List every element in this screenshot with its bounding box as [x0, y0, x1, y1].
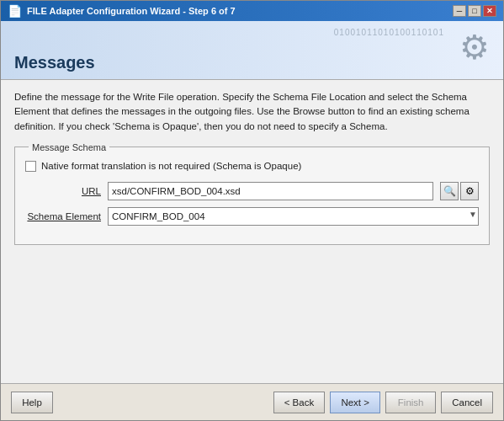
maximize-button[interactable]: □: [468, 5, 481, 17]
opaque-checkbox[interactable]: [25, 161, 36, 172]
schema-element-select[interactable]: CONFIRM_BOD_004: [108, 207, 479, 226]
footer-right: < Back Next > Finish Cancel: [273, 392, 493, 413]
footer-left: Help: [11, 392, 273, 413]
schema-select-wrapper: CONFIRM_BOD_004 ▼: [108, 207, 479, 226]
schema-element-row: Schema Element CONFIRM_BOD_004 ▼: [25, 207, 479, 226]
minimize-button[interactable]: ─: [453, 5, 466, 17]
finish-button[interactable]: Finish: [385, 392, 436, 413]
next-button[interactable]: Next >: [330, 392, 380, 413]
header-decoration: 01001011010100110101: [334, 28, 444, 37]
header-banner: Messages 01001011010100110101 ⚙: [1, 21, 503, 80]
app-icon: 📄: [8, 4, 22, 18]
search-icon[interactable]: 🔍: [440, 182, 459, 200]
url-label: URL: [25, 186, 101, 196]
cancel-button[interactable]: Cancel: [441, 392, 493, 413]
gear-icon[interactable]: ⚙: [460, 182, 479, 200]
url-icons: 🔍 ⚙: [440, 182, 479, 200]
schema-element-label: Schema Element: [25, 211, 101, 221]
opaque-row: Native format translation is not require…: [25, 161, 479, 172]
message-schema-fieldset: Message Schema Native format translation…: [14, 142, 490, 245]
opaque-label: Native format translation is not require…: [41, 161, 301, 171]
window-title: FILE Adapter Configuration Wizard - Step…: [27, 6, 236, 16]
header-gear-icon: ⚙: [459, 28, 490, 67]
page-title: Messages: [14, 53, 95, 72]
title-bar-controls: ─ □ ✕: [453, 5, 496, 17]
title-bar-left: 📄 FILE Adapter Configuration Wizard - St…: [8, 4, 236, 18]
footer: Help < Back Next > Finish Cancel: [1, 383, 503, 420]
page-description: Define the message for the Write File op…: [14, 90, 490, 134]
content-area: Define the message for the Write File op…: [1, 80, 503, 383]
empty-area: [14, 253, 490, 373]
close-button[interactable]: ✕: [483, 5, 496, 17]
title-bar: 📄 FILE Adapter Configuration Wizard - St…: [1, 1, 503, 21]
back-button[interactable]: < Back: [273, 392, 325, 413]
help-button[interactable]: Help: [11, 392, 53, 413]
url-row: URL 🔍 ⚙: [25, 182, 479, 200]
main-window: 📄 FILE Adapter Configuration Wizard - St…: [0, 0, 504, 421]
fieldset-legend: Message Schema: [29, 142, 109, 152]
url-input[interactable]: [108, 182, 433, 200]
